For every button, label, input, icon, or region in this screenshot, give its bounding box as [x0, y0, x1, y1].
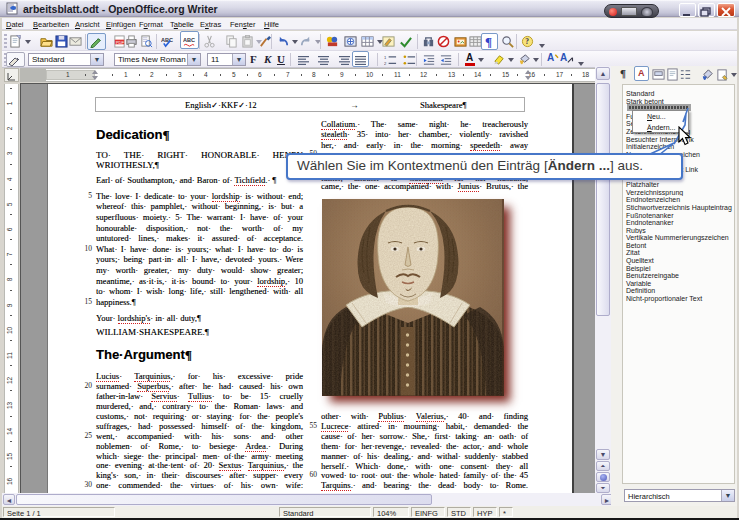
svg-text:1: 1: [384, 55, 387, 60]
svg-text:?: ?: [525, 37, 529, 46]
svg-text:2: 2: [384, 61, 387, 66]
svg-text:ABC: ABC: [183, 37, 195, 43]
svg-text:PDF: PDF: [116, 40, 125, 45]
svg-text:ABC: ABC: [161, 37, 173, 43]
